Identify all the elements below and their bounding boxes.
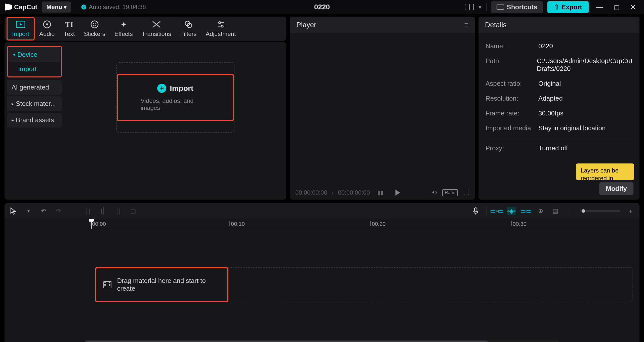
timeline-scrollbar[interactable] (85, 340, 559, 342)
export-label: Export (561, 3, 582, 11)
svg-point-3 (91, 21, 98, 28)
keyboard-icon (497, 5, 504, 10)
timeline-ruler[interactable]: 00:00 00:10 00:20 00:30 (85, 219, 639, 229)
redo-icon[interactable]: ↷ (54, 207, 63, 215)
detail-framerate-label: Frame rate: (486, 109, 538, 117)
stock-label: Stock mater... (16, 100, 56, 108)
compare-icon[interactable]: ▮▮ (377, 189, 384, 196)
tab-audio[interactable]: Audio (35, 18, 59, 39)
tab-audio-label: Audio (39, 30, 55, 37)
details-panel: Details Name:0220 Path:C:/Users/Admin/De… (478, 17, 639, 200)
adjustment-icon (216, 20, 225, 29)
minimize-icon[interactable]: — (593, 3, 606, 11)
detail-path-value: C:/Users/Admin/Desktop/CapCut Drafts/022… (537, 57, 632, 73)
tab-transitions-label: Transitions (142, 30, 171, 37)
play-icon[interactable] (395, 190, 400, 196)
sidebar-item-stock-materials[interactable]: ▸ Stock mater... (7, 96, 62, 111)
svg-point-2 (46, 23, 48, 25)
detail-proxy-value: Turned off (538, 144, 632, 152)
split-right-icon[interactable]: ⎮] (114, 207, 122, 215)
tool-tabs: Import Audio TI Text Stickers ✦ Effects … (5, 17, 286, 41)
tab-text[interactable]: TI Text (59, 18, 79, 39)
tab-filters-label: Filters (180, 30, 196, 37)
sidebar-item-import[interactable]: Import (9, 62, 60, 76)
filters-icon (184, 20, 193, 29)
split-icon[interactable]: ⎮[ (84, 207, 92, 215)
tab-transitions[interactable]: Transitions (137, 18, 176, 39)
detail-framerate-value: 30.00fps (538, 109, 632, 117)
playhead[interactable] (91, 219, 92, 229)
detail-aspect-label: Aspect ratio: (486, 80, 538, 88)
import-card[interactable]: + Import Videos, audios, and images (117, 74, 234, 121)
undo-icon[interactable]: ↶ (39, 207, 48, 215)
tab-adjustment-label: Adjustment (206, 30, 236, 37)
magnet-auto-icon[interactable]: ◦◈◦ (507, 207, 516, 215)
timeline-panel: ▾ ↶ ↷ ⎮[ ]⎮ ⎮] ▢ ▭◦▭ ◦◈◦ ▭▭ ⊕ ▤ − ＋ 00:0… (5, 203, 639, 342)
cursor-icon[interactable] (9, 207, 18, 215)
chevron-down-icon[interactable]: ▾ (24, 207, 33, 215)
import-dropzone[interactable]: + Import Videos, audios, and images (64, 42, 286, 200)
detail-name-label: Name: (486, 42, 538, 50)
tab-adjustment[interactable]: Adjustment (201, 18, 240, 39)
preview-axis-icon[interactable]: ⊕ (536, 207, 545, 215)
close-icon[interactable]: ✕ (627, 3, 639, 11)
player-title: Player (296, 21, 316, 29)
timeline-toolbar: ▾ ↶ ↷ ⎮[ ]⎮ ⎮] ▢ ▭◦▭ ◦◈◦ ▭▭ ⊕ ▤ − ＋ (5, 203, 639, 219)
tab-stickers[interactable]: Stickers (79, 18, 110, 39)
stickers-icon (90, 20, 99, 29)
timeline-drop-prompt[interactable]: Drag material here and start to create (95, 267, 228, 302)
plus-icon: + (157, 84, 166, 93)
tab-filters[interactable]: Filters (176, 18, 201, 39)
check-icon: ✓ (81, 5, 86, 10)
audio-icon (43, 20, 52, 29)
scan-icon[interactable]: ⟲ (432, 189, 437, 196)
timecode-total: 00:00:00:00 (338, 189, 370, 196)
track-height-icon[interactable]: ▤ (551, 207, 559, 215)
tab-effects[interactable]: ✦ Effects (110, 18, 137, 39)
svg-point-9 (219, 22, 221, 24)
chevron-down-icon[interactable]: ▾ (478, 4, 481, 11)
modify-button[interactable]: Modify (599, 182, 633, 195)
zoom-out-icon[interactable]: − (566, 207, 574, 215)
ruler-tick: 00:10 (231, 221, 245, 227)
delete-icon[interactable]: ▢ (129, 207, 137, 215)
mic-icon[interactable] (471, 207, 480, 215)
sidebar-item-device[interactable]: ▾ Device (9, 47, 60, 62)
detail-aspect-value: Original (538, 80, 632, 88)
detail-path-label: Path: (486, 57, 537, 73)
layout-icon[interactable] (465, 4, 474, 10)
detail-resolution-label: Resolution: (486, 95, 538, 102)
export-button[interactable]: ⇧ Export (547, 1, 589, 13)
player-viewport[interactable] (290, 33, 475, 186)
project-title: 0220 (314, 3, 330, 11)
caret-right-icon: ▸ (12, 117, 14, 123)
sidebar-item-ai-generated[interactable]: AI generated (7, 80, 62, 95)
tab-import-label: Import (12, 30, 29, 37)
magnet-main-icon[interactable]: ▭◦▭ (493, 207, 501, 215)
ai-label: AI generated (12, 83, 49, 91)
linkage-icon[interactable]: ▭▭ (522, 207, 530, 215)
ruler-tick: 00:20 (372, 221, 386, 227)
more-icon[interactable]: ≡ (464, 21, 468, 29)
svg-rect-12 (474, 208, 477, 212)
zoom-in-icon[interactable]: ＋ (626, 207, 635, 215)
text-icon: TI (65, 20, 74, 29)
device-label: Device (17, 51, 37, 59)
timecode-current: 00:00:00:00 (295, 189, 327, 196)
timeline-tracks[interactable]: Drag material here and start to create (85, 229, 639, 340)
details-title: Details (485, 21, 507, 29)
maximize-icon[interactable]: ◻ (611, 3, 623, 11)
app-logo: CapCut (5, 3, 37, 11)
detail-name-value: 0220 (538, 42, 632, 50)
shortcuts-label: Shortcuts (507, 3, 537, 11)
shortcuts-button[interactable]: Shortcuts (491, 1, 543, 13)
sidebar-item-brand-assets[interactable]: ▸ Brand assets (7, 113, 62, 127)
player-controls: 00:00:00:00 / 00:00:00:00 ▮▮ ⟲ Ratio ⛶ (290, 186, 475, 200)
sidebar-device-group: ▾ Device Import (7, 46, 62, 77)
fullscreen-icon[interactable]: ⛶ (463, 189, 469, 196)
menu-button[interactable]: Menu ▾ (42, 2, 71, 13)
tab-import[interactable]: Import (7, 17, 35, 40)
zoom-slider[interactable] (580, 210, 620, 211)
ratio-button[interactable]: Ratio (442, 189, 458, 196)
split-left-icon[interactable]: ]⎮ (99, 207, 107, 215)
